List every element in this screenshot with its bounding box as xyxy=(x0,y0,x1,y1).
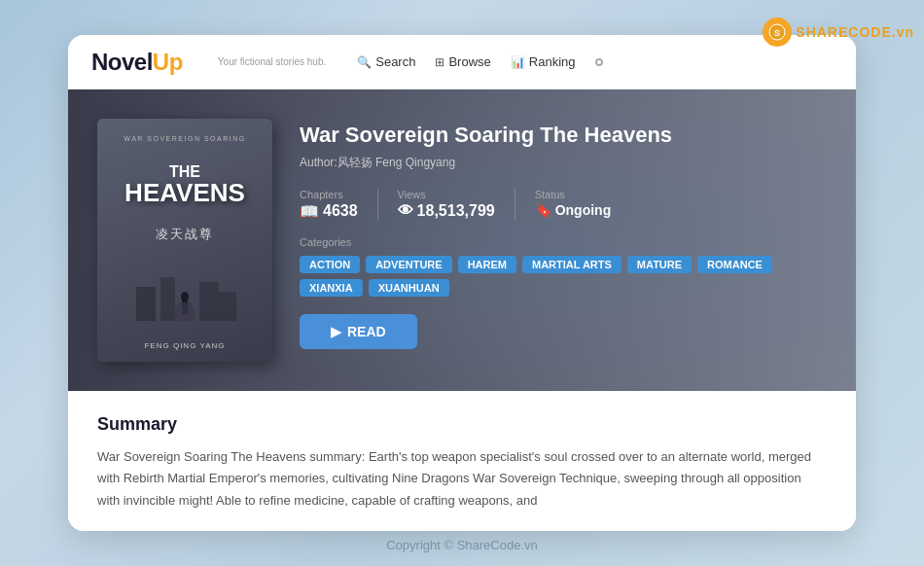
bookmark-icon: 🔖 xyxy=(535,202,551,218)
main-card: NovelUp Your fictional stories hub. 🔍 Se… xyxy=(68,35,856,530)
stat-views: Views 👁 18,513,799 xyxy=(398,189,515,221)
chapters-value: 📖 4638 xyxy=(300,202,358,221)
logo[interactable]: NovelUp xyxy=(91,49,183,76)
svg-point-6 xyxy=(181,292,189,301)
book-author: Author:风轻扬 Feng Qingyang xyxy=(300,155,827,171)
search-icon: 🔍 xyxy=(357,55,372,69)
cover-chinese-block: 凌天战尊 xyxy=(156,226,214,247)
watermark: S SHARECODE.vn xyxy=(763,18,914,47)
nav-links: 🔍 Search ⊞ Browse 📊 Ranking xyxy=(357,54,602,69)
summary-text: War Sovereign Soaring The Heavens summar… xyxy=(97,446,827,511)
svg-rect-2 xyxy=(136,287,156,321)
tag-xuanhuan[interactable]: XUANHUAN xyxy=(369,279,449,297)
logo-up: Up xyxy=(153,49,183,76)
views-value: 👁 18,513,799 xyxy=(398,202,495,220)
chapters-label: Chapters xyxy=(300,189,358,200)
ranking-icon: 📊 xyxy=(511,55,525,69)
cover-title-block: THE HEAVENS xyxy=(124,164,245,205)
book-info: War Sovereign Soaring The Heavens Author… xyxy=(300,119,827,348)
stat-status: Status 🔖 Ongoing xyxy=(535,189,631,221)
nav-ranking[interactable]: 📊 Ranking xyxy=(511,54,576,69)
cover-author: FENG QING YANG xyxy=(144,341,225,350)
book-stats: Chapters 📖 4638 Views 👁 18,513,799 Statu… xyxy=(300,189,827,221)
summary-section: Summary War Sovereign Soaring The Heaven… xyxy=(68,391,856,530)
views-label: Views xyxy=(398,189,495,200)
svg-rect-4 xyxy=(199,282,219,321)
tag-harem[interactable]: HAREM xyxy=(458,256,516,273)
tag-xianxia[interactable]: XIANXIA xyxy=(300,279,363,297)
logo-novel: Novel xyxy=(91,49,153,76)
nav-dot[interactable] xyxy=(595,58,603,66)
categories-list: ACTION ADVENTURE HAREM MARTIAL ARTS MATU… xyxy=(300,256,827,297)
cover-title-heavens: HEAVENS xyxy=(124,180,245,205)
summary-title: Summary xyxy=(97,414,827,435)
read-icon: ▶ xyxy=(331,324,341,339)
watermark-logo: S xyxy=(763,18,792,47)
book-icon: 📖 xyxy=(300,202,319,221)
tag-adventure[interactable]: ADVENTURE xyxy=(366,256,451,273)
tag-romance[interactable]: ROMANCE xyxy=(697,256,772,273)
nav-bar: NovelUp Your fictional stories hub. 🔍 Se… xyxy=(68,35,856,89)
svg-text:S: S xyxy=(774,28,780,38)
status-value: 🔖 Ongoing xyxy=(535,202,612,218)
book-title: War Sovereign Soaring The Heavens xyxy=(300,123,827,148)
cover-scene-svg xyxy=(126,267,243,321)
watermark-share: SHARE xyxy=(796,24,848,40)
svg-rect-5 xyxy=(219,292,236,321)
page-footer: Copyright © ShareCode.vn xyxy=(0,538,924,552)
stat-chapters: Chapters 📖 4638 xyxy=(300,189,378,221)
nav-browse[interactable]: ⊞ Browse xyxy=(435,54,490,69)
hero-banner: WAR SOVEREIGN SOARING THE HEAVENS 凌天战尊 xyxy=(68,89,856,391)
nav-search[interactable]: 🔍 Search xyxy=(357,54,415,69)
tag-action[interactable]: ACTION xyxy=(300,256,360,273)
watermark-text: SHARECODE.vn xyxy=(796,24,914,40)
watermark-domain: .vn xyxy=(892,24,914,40)
book-cover: WAR SOVEREIGN SOARING THE HEAVENS 凌天战尊 xyxy=(97,119,272,362)
svg-rect-3 xyxy=(160,277,175,321)
tag-mature[interactable]: MATURE xyxy=(627,256,692,273)
copyright-text: Copyright © ShareCode.vn xyxy=(386,538,538,552)
cover-subtitle: WAR SOVEREIGN SOARING xyxy=(124,134,245,143)
watermark-code: CODE xyxy=(848,24,891,40)
categories-label: Categories xyxy=(300,236,827,248)
browse-icon: ⊞ xyxy=(435,55,444,69)
cover-scene xyxy=(109,267,261,321)
cover-chinese: 凌天战尊 xyxy=(156,226,214,243)
eye-icon: 👁 xyxy=(398,202,413,220)
read-button[interactable]: ▶ READ xyxy=(300,314,417,349)
status-label: Status xyxy=(535,189,612,200)
tagline: Your fictional stories hub. xyxy=(218,56,326,67)
tag-martial-arts[interactable]: MARTIAL ARTS xyxy=(522,256,622,273)
